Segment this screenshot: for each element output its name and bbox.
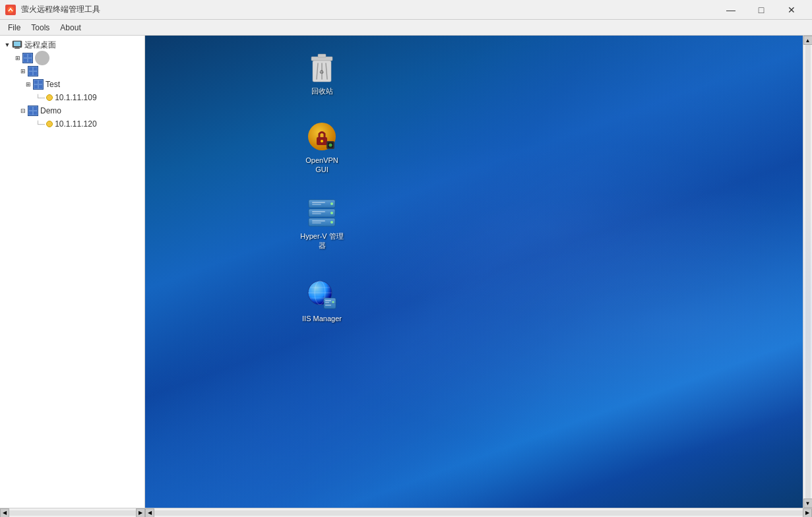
hscroll-left[interactable]: ◀: [0, 508, 9, 518]
openvpn-image: [306, 121, 338, 152]
tree-toggle-table1[interactable]: ⊞: [18, 67, 28, 76]
svg-point-27: [330, 221, 333, 224]
table-icon-2: [28, 66, 38, 76]
sidebar-item-demo[interactable]: ⊟ Demo: [0, 104, 144, 117]
tree-toggle-demo[interactable]: ⊟: [18, 106, 28, 115]
menu-about[interactable]: About: [55, 20, 86, 35]
svg-rect-2: [14, 42, 20, 46]
svg-line-10: [326, 63, 327, 79]
main-layout: ▼ 远程桌面 ⊞ ⊞: [0, 36, 812, 517]
svg-rect-6: [318, 54, 326, 57]
svg-point-12: [308, 123, 336, 150]
sidebar-item-test-ip[interactable]: └─ 10.1.11.109: [0, 91, 144, 104]
svg-point-36: [332, 301, 334, 303]
table-icon-3: [33, 79, 44, 90]
menu-bar: File Tools About: [0, 20, 812, 36]
recycle-bin-label: 回收站: [310, 86, 334, 96]
sidebar-item-root[interactable]: ▼ 远程桌面: [0, 38, 144, 51]
svg-rect-26: [309, 218, 335, 226]
openvpn-label: OpenVPN GUI: [298, 155, 346, 175]
computer-icon: [12, 40, 22, 50]
sidebar-item-test[interactable]: ⊞ Test: [0, 78, 144, 91]
sidebar-item-table1[interactable]: ⊞: [0, 65, 144, 78]
svg-text:♻: ♻: [319, 69, 324, 75]
desktop-hscroll-track[interactable]: [154, 510, 803, 516]
maximize-button[interactable]: □: [746, 0, 776, 20]
sidebar-item-avatar[interactable]: ⊞: [0, 51, 144, 65]
sidebar: ▼ 远程桌面 ⊞ ⊞: [0, 36, 145, 517]
openvpn-icon[interactable]: OpenVPN GUI: [296, 118, 348, 178]
svg-point-14: [321, 140, 323, 142]
svg-rect-7: [313, 61, 331, 82]
tree-toggle-avatar[interactable]: ⊞: [13, 53, 22, 63]
window-controls: — □ ✕: [716, 0, 807, 20]
svg-rect-5: [311, 57, 332, 61]
menu-file[interactable]: File: [3, 20, 26, 35]
root-label: 远程桌面: [24, 40, 56, 51]
desktop-hscroll-left[interactable]: ◀: [145, 508, 154, 518]
sidebar-item-demo-ip[interactable]: └─ 10.1.11.120: [0, 117, 144, 131]
desktop-hscroll: ◀ ▶: [145, 508, 812, 517]
table-icon-4: [28, 106, 38, 116]
table-icon-1: [22, 53, 33, 63]
vscroll-track[interactable]: [805, 45, 811, 499]
svg-line-8: [317, 63, 318, 79]
minimize-button[interactable]: —: [716, 0, 746, 20]
svg-rect-40: [325, 305, 331, 306]
status-dot-2: [46, 121, 53, 127]
tree-toggle-root[interactable]: ▼: [3, 40, 12, 49]
hscroll-track-sidebar: [9, 510, 136, 516]
tree-toggle-test[interactable]: ⊞: [24, 80, 33, 89]
svg-rect-37: [325, 300, 331, 301]
desktop-vscroll: ▲ ▼: [803, 36, 812, 508]
svg-point-0: [7, 7, 14, 13]
demo-ip-label: 10.1.11.120: [55, 119, 96, 129]
svg-point-31: [315, 281, 325, 305]
menu-tools[interactable]: Tools: [26, 20, 55, 35]
desktop-hscroll-right[interactable]: ▶: [803, 508, 812, 518]
svg-rect-15: [327, 141, 334, 149]
svg-point-17: [329, 144, 332, 147]
svg-rect-20: [312, 202, 325, 203]
hscroll-right[interactable]: ▶: [136, 508, 145, 518]
status-dot-1: [46, 94, 53, 101]
demo-label: Demo: [40, 106, 61, 115]
svg-rect-16: [328, 142, 333, 148]
desktop-area: ♻ 回收站: [145, 36, 812, 517]
iis-image: [306, 279, 338, 311]
svg-rect-29: [312, 222, 321, 224]
sidebar-hscroll[interactable]: ◀ ▶: [0, 508, 145, 517]
svg-rect-21: [312, 204, 321, 205]
vscroll-up[interactable]: ▲: [803, 36, 813, 45]
svg-point-30: [308, 281, 332, 305]
title-bar-left: 萤火远程终端管理工具: [5, 4, 100, 15]
svg-rect-38: [325, 302, 329, 303]
app-icon: [5, 5, 16, 15]
recycle-bin-svg: ♻: [307, 51, 336, 83]
hyperv-icon[interactable]: Hyper-V 管理器: [296, 194, 348, 254]
recycle-bin-image: ♻: [306, 51, 338, 83]
title-bar: 萤火远程终端管理工具 — □ ✕: [0, 0, 812, 20]
svg-rect-28: [312, 220, 325, 222]
avatar: [35, 51, 49, 65]
svg-rect-24: [312, 211, 325, 212]
app-title: 萤火远程终端管理工具: [21, 4, 100, 15]
tree-connector-1: └─: [36, 94, 45, 102]
vscroll-down[interactable]: ▼: [803, 499, 813, 508]
svg-rect-13: [317, 137, 327, 145]
close-button[interactable]: ✕: [776, 0, 807, 20]
svg-point-19: [330, 202, 333, 205]
svg-rect-18: [309, 200, 335, 208]
iis-label: IIS Manager: [301, 313, 343, 324]
svg-point-23: [330, 212, 333, 214]
svg-rect-22: [309, 209, 335, 217]
svg-rect-39: [324, 303, 336, 304]
recycle-bin-icon[interactable]: ♻ 回收站: [296, 49, 348, 99]
hyperv-svg: [307, 197, 337, 228]
svg-rect-4: [15, 48, 20, 49]
test-label: Test: [46, 80, 60, 89]
iis-svg: [307, 280, 337, 310]
hyperv-image: [306, 197, 338, 228]
tree-connector-2: └─: [36, 121, 45, 128]
iis-icon[interactable]: IIS Manager: [296, 276, 348, 326]
